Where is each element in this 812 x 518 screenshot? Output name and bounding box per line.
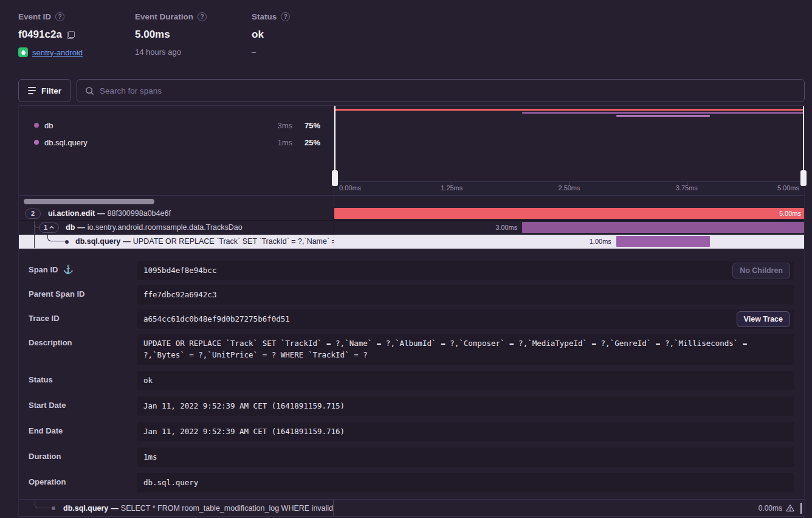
detail-value-box: a654cc61dc0b48ef9d0b27275b6f0d51 View Tr… [137,309,794,329]
minimap-bar-query [616,115,710,117]
legend-duration: 3ms [256,121,292,130]
detail-label: Operation [29,477,66,486]
detail-row-trace-id: Trace ID a654cc61dc0b48ef9d0b27275b6f0d5… [29,309,794,329]
axis-tick-label: 5.00ms [777,184,799,192]
start-date-value: Jan 11, 2022 9:52:39 AM CET (1641891159.… [143,401,345,410]
status-subvalue: – [252,47,256,57]
event-id-value-row: f0491c2a [18,29,135,41]
axis-tick-label: 3.75ms [676,184,698,192]
legend-name: db.sql.query [44,138,256,147]
span-duration-label: 1.00ms [590,238,611,245]
filter-button-label: Filter [41,86,61,95]
axis-row: 0.00ms 1.25ms 2.50ms 3.75ms 5.00ms [19,181,804,195]
span-operation: db.sql.query [75,237,120,246]
span-description: io.sentry.android.roomsample.data.Tracks… [88,223,243,232]
warning-icon [786,504,794,512]
project-row: sentry-android [18,47,135,57]
span-bar[interactable]: 5.00ms [334,208,804,219]
detail-row-operation: Operation db.sql.query [29,473,794,492]
status-detail-value: ok [143,376,153,385]
detail-label: End Date [29,426,63,435]
axis-tick-label: 1.25ms [441,184,463,192]
axis-tick-label: 0.00ms [339,184,361,192]
separator: — [108,504,121,513]
minimap-left-handle[interactable] [334,106,335,181]
span-bar[interactable] [522,222,804,233]
span-operation: ui.action.edit [48,209,95,218]
project-link[interactable]: sentry-android [32,48,83,57]
span-details: Span ID ⚓ 1095bd4ef8e94bcc No Children P… [19,249,804,499]
view-trace-button[interactable]: View Trace [737,311,790,327]
detail-value-box: UPDATE OR REPLACE `Track` SET `TrackId` … [137,334,794,364]
scrollbar-row [19,195,804,207]
chart-row: db 3ms 75% db.sql.query 1ms 25% [19,106,804,181]
status-column: Status ? ok – [252,12,368,73]
separator: — [120,237,133,246]
trace-minimap[interactable] [334,106,804,181]
spans-panel: db 3ms 75% db.sql.query 1ms 25% [18,105,805,517]
child-count-badge-expanded[interactable]: 1 [39,223,59,233]
span-duration-label: 5.00ms [779,210,801,217]
span-search-box[interactable] [77,79,805,102]
anchor-icon[interactable]: ⚓ [63,265,73,274]
minimap-right-handle[interactable] [803,106,804,181]
span-row-ui-action-edit[interactable]: 2 ui.action.edit — 88f300998a0b4e6f 5.00… [19,207,804,221]
child-count-badge[interactable]: 2 [25,209,41,219]
help-icon[interactable]: ? [55,12,64,21]
event-duration-column: Event Duration ? 5.00ms 14 hours ago [135,12,252,73]
span-bar[interactable] [616,236,710,247]
detail-row-end-date: End Date Jan 11, 2022 9:52:39 AM CET (16… [29,422,794,441]
trace-id-value: a654cc61dc0b48ef9d0b27275b6f0d51 [143,314,290,323]
search-input[interactable] [100,86,796,95]
span-row-db-sql-query-sibling[interactable]: db.sql.query — SELECT * FROM room_table_… [19,499,804,516]
operation-value: db.sql.query [143,478,198,487]
legend-name: db [44,121,256,130]
legend-percent: 75% [292,121,320,130]
detail-label: Parent Span ID [29,289,84,299]
span-description: 88f300998a0b4e6f [108,209,171,218]
span-row-db[interactable]: 1 db — io.sentry.android.roomsample.data… [19,221,804,235]
help-icon[interactable]: ? [198,12,207,21]
horizontal-scrollbar[interactable] [24,199,154,204]
android-platform-icon [18,47,28,57]
end-date-value: Jan 11, 2022 9:52:39 AM CET (1641891159.… [143,427,345,436]
detail-label: Trace ID [29,314,60,323]
span-operation: db.sql.query [63,504,108,513]
detail-value-box: Jan 11, 2022 9:52:39 AM CET (1641891159.… [137,396,794,416]
legend-item-db[interactable]: db 3ms 75% [19,117,334,134]
child-count: 1 [44,224,47,231]
event-id-label: Event ID [18,12,51,21]
event-id-column: Event ID ? f0491c2a sentry-android [18,12,135,73]
separator: — [95,209,108,218]
copy-icon[interactable] [67,31,75,39]
span-description: SELECT * FROM room_table_modification_lo… [121,504,334,513]
chevron-up-icon [49,226,54,229]
legend-item-db-sql-query[interactable]: db.sql.query 1ms 25% [19,134,334,151]
filter-icon [28,87,36,94]
no-children-button[interactable]: No Children [732,263,790,278]
filter-button[interactable]: Filter [18,79,71,102]
parent-span-id-value: ffe7dbc92a6942c3 [143,290,216,299]
operations-legend: db 3ms 75% db.sql.query 1ms 25% [19,106,334,181]
detail-label: Status [29,375,53,384]
spans-toolbar: Filter [18,79,805,102]
event-duration-label: Event Duration [135,12,193,21]
help-icon[interactable]: ? [281,12,290,21]
minimap-bar-root [334,109,804,111]
detail-row-parent-span-id: Parent Span ID ffe7dbc92a6942c3 [29,285,794,305]
detail-value-box: 1095bd4ef8e94bcc No Children [137,261,794,280]
span-bar-zero-width [800,503,802,514]
detail-value-box: 1ms [137,447,794,467]
axis-tick-label: 2.50ms [558,184,580,192]
detail-row-status: Status ok [29,371,794,390]
event-header: Event ID ? f0491c2a sentry-android Event… [18,12,805,73]
detail-label: Start Date [29,401,66,410]
event-id-value: f0491c2a [18,29,62,41]
detail-value-box: db.sql.query [137,473,794,492]
span-id-value: 1095bd4ef8e94bcc [143,266,216,275]
span-row-db-sql-query-selected[interactable]: db.sql.query — UPDATE OR REPLACE `Track`… [19,235,804,249]
separator: — [75,223,88,232]
detail-value-box: ffe7dbc92a6942c3 [137,285,794,305]
status-label: Status [252,12,277,21]
event-id-label-row: Event ID ? [18,12,135,21]
